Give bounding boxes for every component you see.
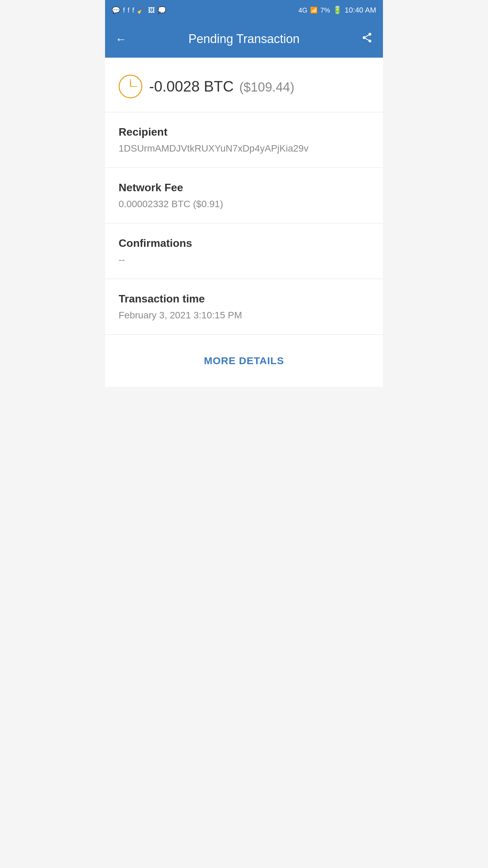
transaction-time-label: Transaction time <box>119 293 369 305</box>
more-details-button[interactable]: MORE DETAILS <box>204 355 284 367</box>
facebook-icon-3: f <box>132 6 134 14</box>
main-content: -0.0028 BTC ($109.44) Recipient 1DSUrmAM… <box>105 58 383 387</box>
amount-display: -0.0028 BTC ($109.44) <box>149 78 294 95</box>
amount-section: -0.0028 BTC ($109.44) <box>105 58 383 112</box>
status-bar-right: 4G 📶 7% 🔋 10:40 AM <box>298 6 376 15</box>
network-label: 4G <box>298 6 307 14</box>
status-bar-left: 💬 f f f 🧹 🖼 💭 <box>112 6 166 14</box>
network-fee-label: Network Fee <box>119 181 369 194</box>
amount-btc: -0.0028 BTC <box>149 78 233 95</box>
cloud-icon: 💭 <box>158 6 166 14</box>
share-button[interactable] <box>361 32 373 46</box>
amount-usd: ($109.44) <box>239 80 294 94</box>
confirmations-label: Confirmations <box>119 237 369 250</box>
app-bar: ← Pending Transaction <box>105 20 383 58</box>
message-icon: 💬 <box>112 6 120 14</box>
pending-clock-icon <box>119 75 142 98</box>
battery-icon: 🔋 <box>333 6 342 15</box>
recipient-label: Recipient <box>119 126 369 138</box>
confirmations-value: -- <box>119 254 369 265</box>
network-fee-section: Network Fee 0.00002332 BTC ($0.91) <box>105 168 383 223</box>
image-icon: 🖼 <box>148 6 155 14</box>
status-bar: 💬 f f f 🧹 🖼 💭 4G 📶 7% 🔋 10:40 AM <box>105 0 383 20</box>
back-button[interactable]: ← <box>115 33 127 46</box>
transaction-time-section: Transaction time February 3, 2021 3:10:1… <box>105 279 383 335</box>
page-title: Pending Transaction <box>188 32 300 46</box>
confirmations-section: Confirmations -- <box>105 223 383 279</box>
recipient-value: 1DSUrmAMDJVtkRUXYuN7xDp4yAPjKia29v <box>119 143 369 154</box>
share-icon <box>361 32 373 43</box>
recipient-section: Recipient 1DSUrmAMDJVtkRUXYuN7xDp4yAPjKi… <box>105 112 383 168</box>
signal-icon: 📶 <box>310 6 318 14</box>
network-fee-value: 0.00002332 BTC ($0.91) <box>119 199 369 210</box>
clean-icon: 🧹 <box>137 6 145 14</box>
time-label: 10:40 AM <box>345 6 376 15</box>
facebook-icon-2: f <box>128 6 130 14</box>
more-details-section: MORE DETAILS <box>105 335 383 387</box>
transaction-time-value: February 3, 2021 3:10:15 PM <box>119 310 369 321</box>
battery-label: 7% <box>320 6 330 14</box>
facebook-icon-1: f <box>123 6 125 14</box>
